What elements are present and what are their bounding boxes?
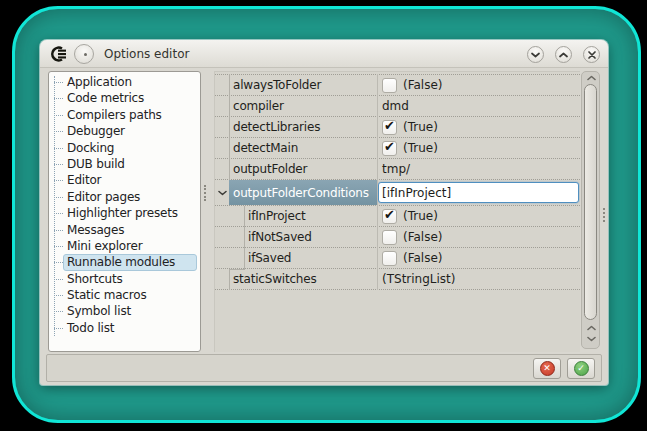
property-value[interactable]: (False) — [378, 227, 580, 247]
property-value[interactable]: dmd — [378, 96, 580, 116]
sidebar-item-mini-explorer[interactable]: Mini explorer — [49, 238, 200, 254]
value-label: (TStringList) — [382, 272, 455, 286]
property-name[interactable]: alwaysToFolder — [229, 75, 377, 95]
cancel-red-x-icon: ✕ — [540, 361, 555, 376]
chevron-down-icon — [531, 52, 540, 58]
sidebar-item-messages[interactable]: Messages — [49, 222, 200, 238]
property-name[interactable]: ifSaved — [244, 248, 377, 268]
property-value[interactable]: tmp/ — [378, 159, 580, 179]
value-label: (True) — [403, 120, 438, 134]
sidebar-item-debugger[interactable]: Debugger — [49, 123, 200, 139]
checkbox-unchecked[interactable] — [382, 251, 397, 266]
gutter-line — [229, 74, 230, 180]
property-value[interactable]: ✔(True) — [378, 206, 580, 226]
outputfolderconditions-editor[interactable] — [378, 182, 579, 203]
indent-step — [229, 269, 245, 270]
sidebar-item-label: Application — [67, 75, 132, 89]
grid-row-staticswitches: staticSwitches(TStringList) — [215, 269, 580, 290]
checkbox-checked[interactable]: ✔ — [382, 120, 397, 135]
property-name[interactable]: ifNotSaved — [244, 227, 377, 247]
window-menu-icon[interactable] — [74, 44, 94, 64]
sidebar-item-label: Editor — [67, 173, 101, 187]
tree-stub-icon — [54, 148, 63, 149]
tree-stub-icon — [54, 197, 63, 198]
sidebar-item-label: Mini explorer — [67, 239, 142, 253]
chevron-up-icon — [587, 75, 596, 81]
property-name[interactable]: ifInProject — [244, 206, 377, 226]
checkbox-unchecked[interactable] — [382, 78, 397, 93]
sidebar-item-label: Shortcuts — [67, 272, 123, 286]
sidebar-item-label: Static macros — [67, 288, 146, 302]
sidebar-item-dub-build[interactable]: DUB build — [49, 156, 200, 172]
property-name[interactable]: outputFolderConditions — [229, 180, 377, 205]
sidebar-item-label: Code metrics — [67, 91, 144, 105]
checkbox-checked[interactable]: ✔ — [382, 141, 397, 156]
sidebar-item-label: Highlighter presets — [67, 206, 178, 220]
sidebar-item-application[interactable]: Application — [49, 74, 200, 90]
property-value[interactable]: ✔(True) — [378, 138, 580, 158]
tree-stub-icon — [54, 180, 63, 181]
value-label: (True) — [403, 209, 438, 223]
scroll-down-button[interactable] — [585, 335, 597, 343]
grid-row-ifnotsaved: ifNotSaved(False) — [215, 227, 580, 248]
indent-line — [244, 206, 245, 269]
sidebar-item-highlighter-presets[interactable]: Highlighter presets — [49, 205, 200, 221]
options-editor-window: Options editor ApplicationCode metricsCo… — [40, 40, 608, 385]
value-label: (False) — [403, 251, 443, 265]
tree-stub-icon — [54, 295, 63, 296]
property-grid: alwaysToFolder(False)compilerdmddetectLi… — [214, 71, 580, 352]
cancel-button[interactable]: ✕ — [533, 358, 561, 379]
column-divider[interactable] — [377, 74, 378, 290]
gutter-line-bottom — [229, 269, 230, 290]
sidebar-item-editor-pages[interactable]: Editor pages — [49, 189, 200, 205]
chevron-up-icon — [587, 325, 596, 331]
grid-scrollbar[interactable] — [581, 71, 600, 349]
grid-row-compiler: compilerdmd — [215, 96, 580, 117]
checkbox-unchecked[interactable] — [382, 230, 397, 245]
property-name[interactable]: outputFolder — [229, 159, 377, 179]
sidebar-item-static-macros[interactable]: Static macros — [49, 287, 200, 303]
unshade-button[interactable] — [555, 46, 572, 63]
checkmark-icon: ✔ — [384, 139, 395, 154]
sidebar-item-editor[interactable]: Editor — [49, 172, 200, 188]
tree-stub-icon — [54, 131, 63, 132]
property-value[interactable]: (False) — [378, 248, 580, 268]
chevron-down-icon — [587, 336, 596, 342]
sidebar-item-shortcuts[interactable]: Shortcuts — [49, 271, 200, 287]
sidebar-item-todo-list[interactable]: Todo list — [49, 320, 200, 336]
property-value[interactable]: ✔(True) — [378, 117, 580, 137]
property-name[interactable]: compiler — [229, 96, 377, 116]
close-button[interactable] — [583, 46, 600, 63]
shade-button[interactable] — [527, 46, 544, 63]
splitter-grip[interactable] — [204, 185, 208, 201]
property-value[interactable]: (TStringList) — [378, 269, 580, 289]
sidebar-item-symbol-list[interactable]: Symbol list — [49, 303, 200, 319]
dialog-footer: ✕ ✓ — [46, 354, 602, 382]
sidebar-item-label: Runnable modules — [67, 255, 175, 269]
sidebar-item-compilers-paths[interactable]: Compilers paths — [49, 107, 200, 123]
scroll-up-button-2[interactable] — [585, 324, 597, 332]
checkmark-icon: ✔ — [384, 207, 395, 222]
property-name[interactable]: staticSwitches — [229, 269, 377, 289]
edge-grip[interactable] — [603, 208, 607, 222]
grid-row-ifinproject: ifInProject✔(True) — [215, 206, 580, 227]
property-name[interactable]: detectMain — [229, 138, 377, 158]
grid-row-detectmain: detectMain✔(True) — [215, 138, 580, 159]
sidebar-item-runnable-modules[interactable]: Runnable modules — [49, 254, 200, 270]
checkbox-checked[interactable]: ✔ — [382, 209, 397, 224]
scroll-up-button[interactable] — [585, 74, 597, 82]
close-x-icon — [588, 51, 596, 59]
property-name[interactable]: detectLibraries — [229, 117, 377, 137]
sidebar-item-docking[interactable]: Docking — [49, 140, 200, 156]
titlebar[interactable]: Options editor — [40, 40, 608, 68]
property-value[interactable]: (False) — [378, 75, 580, 95]
sidebar-item-code-metrics[interactable]: Code metrics — [49, 90, 200, 106]
tree-stub-icon — [54, 262, 63, 263]
scrollbar-thumb[interactable] — [584, 84, 597, 320]
tree-stub-icon — [54, 98, 63, 99]
tree-stub-icon — [54, 82, 63, 83]
window-title: Options editor — [104, 40, 189, 68]
expander-chevron-down-icon[interactable] — [216, 180, 229, 205]
tree-stub-icon — [54, 213, 63, 214]
ok-button[interactable]: ✓ — [567, 358, 595, 379]
